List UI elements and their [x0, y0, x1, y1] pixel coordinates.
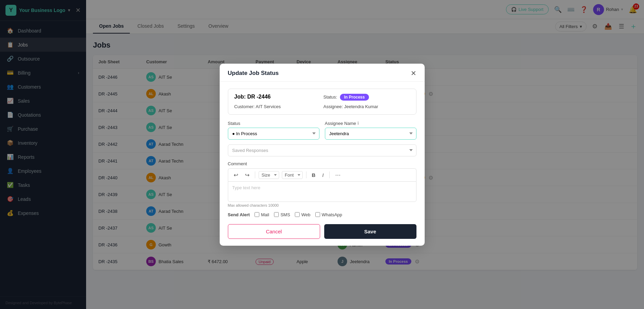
web-checkbox[interactable]: [295, 212, 300, 217]
whatsapp-checkbox[interactable]: [315, 212, 320, 217]
alert-whatsapp[interactable]: WhatsApp: [315, 212, 342, 217]
more-options-button[interactable]: ⋯: [333, 171, 343, 179]
modal-header: Update Job Status ✕: [220, 64, 425, 82]
cancel-button[interactable]: Cancel: [228, 224, 320, 239]
editor-placeholder: Type text here: [232, 185, 260, 190]
assignee-name-label: Assignee Name ℹ: [325, 121, 416, 126]
modal-close-button[interactable]: ✕: [411, 70, 416, 77]
info-icon: ℹ: [357, 121, 359, 126]
status-assignee-row: Status ● In Process Awaiting Approval In…: [228, 121, 416, 140]
saved-responses-select[interactable]: Saved Responses: [228, 144, 416, 156]
sms-checkbox[interactable]: [274, 212, 279, 217]
modal-title: Update Job Status: [228, 70, 279, 77]
toolbar-divider-2: [306, 171, 306, 178]
send-alert-row: Send Alert Mail SMS Web WhatsApp: [228, 212, 416, 217]
alert-web[interactable]: Web: [295, 212, 311, 217]
update-job-status-modal: Update Job Status ✕ Job: DR -2446 Status…: [220, 64, 425, 246]
job-id-label: Job: DR -2446: [234, 94, 321, 101]
assignee-label: Assignee: Jeetendra Kumar: [324, 103, 410, 110]
comment-label: Comment: [228, 161, 416, 166]
assignee-field: Assignee Name ℹ Jeetendra: [325, 121, 416, 140]
status-field-label: Status: [228, 121, 319, 126]
status-badge: In Process: [340, 94, 369, 101]
undo-button[interactable]: ↩: [232, 171, 240, 179]
save-button[interactable]: Save: [324, 224, 416, 239]
mail-checkbox[interactable]: [255, 212, 259, 217]
alert-mail[interactable]: Mail: [255, 212, 269, 217]
assignee-select[interactable]: Jeetendra: [325, 128, 416, 140]
char-limit-text: Max allowed characters 10000: [228, 203, 416, 207]
size-select[interactable]: Size: [259, 171, 279, 179]
send-alert-label: Send Alert: [228, 212, 250, 217]
editor-area[interactable]: Type text here: [228, 181, 416, 202]
italic-button[interactable]: I: [320, 171, 326, 179]
alert-sms[interactable]: SMS: [274, 212, 290, 217]
font-select[interactable]: Font: [282, 171, 303, 179]
modal-overlay: Update Job Status ✕ Job: DR -2446 Status…: [0, 0, 644, 309]
bold-button[interactable]: B: [310, 171, 318, 179]
redo-button[interactable]: ↪: [243, 171, 251, 179]
modal-actions: Cancel Save: [228, 224, 416, 239]
toolbar-divider-3: [329, 171, 330, 178]
job-info-card: Job: DR -2446 Status: In Process Custome…: [228, 89, 416, 115]
status-text: Status:: [324, 94, 337, 100]
customer-label: Customer: AIT Services: [234, 103, 321, 110]
status-select[interactable]: ● In Process Awaiting Approval Inward On…: [228, 128, 319, 140]
status-field: Status ● In Process Awaiting Approval In…: [228, 121, 319, 140]
status-row: Status: In Process: [324, 94, 410, 101]
editor-toolbar: ↩ ↪ Size Font B I ⋯: [228, 168, 416, 181]
toolbar-divider: [255, 171, 255, 178]
modal-body: Job: DR -2446 Status: In Process Custome…: [220, 82, 425, 246]
